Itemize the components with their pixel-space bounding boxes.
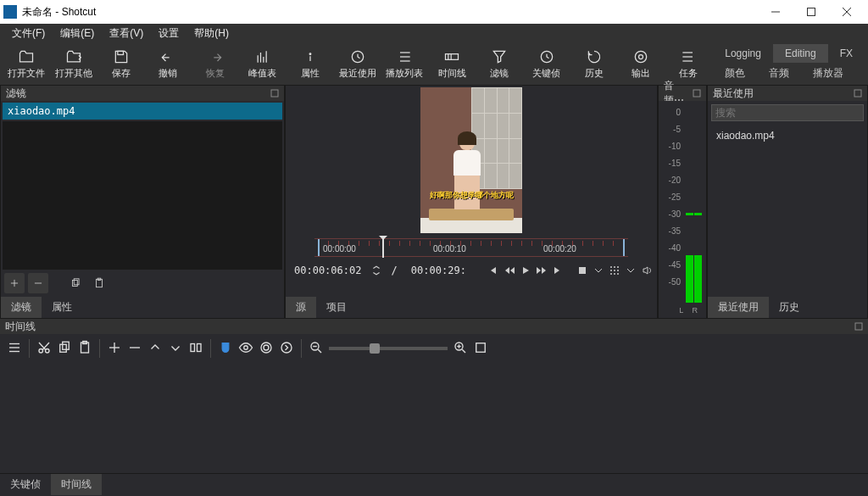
filter-clip-name[interactable]: xiaodao.mp4: [3, 103, 282, 120]
peak-meter-button[interactable]: 峰值表: [240, 44, 286, 83]
minimize-button[interactable]: [758, 0, 793, 24]
filters-pane: 滤镜 xiaodao.mp4 滤镜 属性: [0, 85, 285, 319]
pane-undock-icon[interactable]: [854, 89, 862, 98]
current-timecode[interactable]: 00:00:06:02: [289, 263, 366, 278]
split-button[interactable]: [188, 340, 203, 358]
svg-rect-70: [476, 343, 486, 352]
tab-timeline-bottom[interactable]: 时间线: [51, 474, 102, 495]
zoom-slider[interactable]: [329, 347, 448, 350]
tab-keyframes-bottom[interactable]: 关键侦: [0, 474, 51, 495]
copy-filter-button[interactable]: [65, 273, 86, 293]
zoom-fit-button[interactable]: [473, 340, 488, 358]
layout-tab-audio[interactable]: 音频: [757, 63, 801, 84]
zoom-in-button[interactable]: [453, 340, 468, 358]
tab-source[interactable]: 源: [286, 297, 316, 318]
skip-previous-button[interactable]: [487, 262, 499, 279]
timeline-body[interactable]: [0, 363, 868, 473]
maximize-button[interactable]: [793, 0, 829, 24]
open-other-button[interactable]: 打开其他: [51, 44, 97, 83]
player-scrubber[interactable]: 00:00:00 00:00:10 00:00:20: [314, 238, 628, 257]
zoom-slider-handle[interactable]: [370, 343, 380, 354]
paste-button[interactable]: [77, 340, 92, 358]
lift-button[interactable]: [147, 340, 163, 358]
skip-next-button[interactable]: [551, 262, 564, 279]
close-button[interactable]: [829, 0, 865, 24]
paste-filter-button[interactable]: [89, 273, 109, 293]
recent-search-input[interactable]: [711, 104, 864, 121]
filters-button[interactable]: 滤镜: [476, 44, 522, 83]
window-titlebar: 未命名 - Shotcut: [0, 0, 868, 24]
timecode-spinner[interactable]: [370, 262, 382, 279]
tab-project[interactable]: 项目: [316, 297, 357, 318]
undo-button[interactable]: 撤销: [145, 44, 191, 83]
layout-tab-fx[interactable]: FX: [828, 44, 865, 63]
layout-tab-logging[interactable]: Logging: [713, 44, 773, 63]
open-file-button[interactable]: 打开文件: [3, 44, 49, 83]
timeline-menu-button[interactable]: [7, 340, 22, 358]
copy-button[interactable]: [57, 340, 72, 358]
playhead[interactable]: [382, 239, 384, 258]
snap-button[interactable]: [218, 340, 233, 358]
tab-filters[interactable]: 滤镜: [1, 297, 42, 318]
svg-line-67: [462, 349, 465, 353]
menu-edit[interactable]: 编辑(E): [53, 25, 101, 42]
recent-button[interactable]: 最近使用: [335, 44, 381, 83]
svg-rect-43: [854, 90, 861, 97]
jobs-button[interactable]: 任务: [665, 44, 711, 83]
layout-tab-color[interactable]: 颜色: [713, 63, 757, 84]
layout-tab-player[interactable]: 播放器: [801, 63, 855, 84]
playlist-button[interactable]: 播放列表: [382, 44, 428, 83]
scrub-button[interactable]: [238, 340, 253, 358]
remove-filter-button[interactable]: [28, 273, 48, 293]
svg-point-34: [614, 266, 615, 268]
layout-tabs: Logging Editing FX 颜色 音频 播放器: [713, 44, 865, 84]
forward-button[interactable]: [535, 262, 548, 279]
pane-undock-icon[interactable]: [693, 89, 701, 98]
menu-help[interactable]: 帮助(H): [187, 25, 236, 42]
save-button[interactable]: 保存: [98, 44, 144, 83]
video-preview[interactable]: 好啊那你想学哪个地方呢: [420, 87, 522, 233]
tab-history[interactable]: 历史: [769, 297, 810, 318]
add-filter-button[interactable]: [4, 273, 25, 293]
recent-item[interactable]: xiaodao.mp4: [715, 128, 860, 143]
ripple-button[interactable]: [259, 340, 274, 358]
rewind-button[interactable]: [503, 262, 515, 279]
pane-undock-icon[interactable]: [854, 322, 863, 331]
svg-point-9: [309, 53, 311, 54]
timeline-button[interactable]: 时间线: [429, 44, 475, 83]
menu-file[interactable]: 文件(F): [5, 25, 52, 42]
svg-point-37: [614, 270, 615, 271]
redo-button[interactable]: 恢复: [192, 44, 238, 83]
overwrite-button[interactable]: [168, 340, 183, 358]
tab-properties[interactable]: 属性: [42, 297, 82, 318]
remove-button[interactable]: [127, 340, 142, 358]
svg-point-60: [264, 345, 269, 350]
grid-button[interactable]: [609, 262, 621, 279]
properties-button[interactable]: 属性: [287, 44, 333, 83]
history-button[interactable]: 历史: [571, 44, 617, 83]
menu-view[interactable]: 查看(V): [103, 25, 150, 42]
play-button[interactable]: [519, 262, 531, 279]
recent-list[interactable]: xiaodao.mp4: [708, 125, 867, 297]
svg-rect-58: [198, 343, 202, 351]
chevron-down-icon[interactable]: [593, 262, 605, 279]
filter-list[interactable]: [3, 121, 282, 270]
svg-rect-15: [446, 53, 459, 59]
keyframes-button[interactable]: 关键侦: [524, 44, 570, 83]
svg-point-35: [617, 266, 619, 268]
chevron-down-icon[interactable]: [625, 262, 637, 279]
volume-button[interactable]: [641, 262, 654, 279]
svg-point-61: [261, 343, 271, 353]
duration-timecode: 00:00:29:: [406, 263, 471, 278]
export-button[interactable]: 输出: [619, 44, 665, 83]
menu-settings[interactable]: 设置: [152, 25, 186, 42]
layout-tab-editing[interactable]: Editing: [773, 44, 828, 63]
zoom-out-button[interactable]: [309, 340, 324, 358]
append-button[interactable]: [107, 340, 122, 358]
zoom-fit-button[interactable]: [576, 262, 588, 279]
tab-recent[interactable]: 最近使用: [708, 297, 769, 318]
pane-undock-icon[interactable]: [270, 89, 279, 98]
ripple-all-button[interactable]: [279, 340, 294, 358]
svg-rect-28: [73, 281, 78, 287]
cut-button[interactable]: [36, 340, 52, 358]
